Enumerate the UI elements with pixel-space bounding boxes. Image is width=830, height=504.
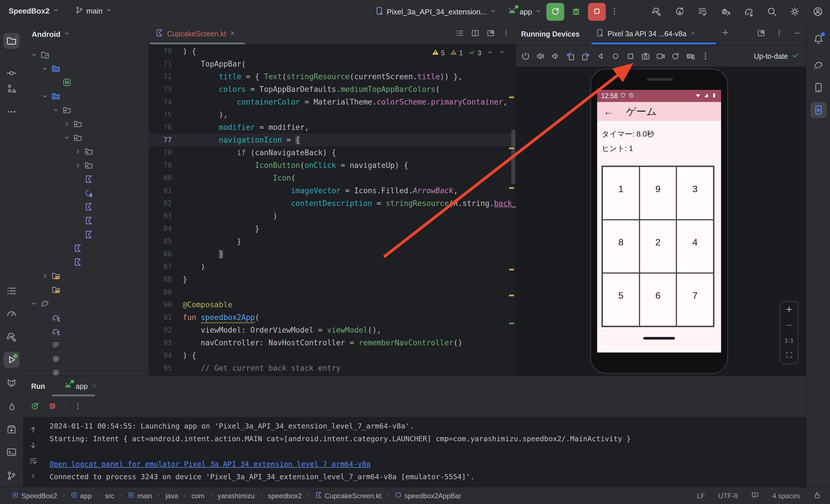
tree-item-res[interactable] (23, 283, 149, 297)
screenshot-camera-button[interactable] (641, 52, 650, 61)
stripe-project-folder[interactable] (3, 33, 20, 49)
tree-item-theme[interactable] (23, 158, 149, 172)
next-issue-icon[interactable] (499, 49, 506, 57)
emulator-screen[interactable]: 12:58 ← ゲーム タイマー: 8.0秒 ヒント: 1 193824567 (597, 90, 721, 352)
grid-cell[interactable]: 4 (676, 220, 713, 273)
close-icon[interactable] (229, 30, 236, 38)
grid-cell[interactable]: 2 (639, 220, 677, 273)
settings-gear-button[interactable] (790, 6, 800, 17)
zoom-out-icon[interactable] (785, 321, 793, 331)
stripe-app-insights[interactable] (3, 399, 20, 415)
tree-chevron-icon[interactable] (29, 51, 39, 58)
tree-item-components[interactable] (23, 144, 149, 158)
tree-chevron-icon[interactable] (40, 93, 50, 100)
stripe-logcat-cat[interactable] (3, 375, 20, 391)
grid-cell[interactable]: 3 (676, 166, 713, 220)
tree-item-orderviewmodel-kt[interactable] (23, 186, 149, 200)
vcs-branch-widget[interactable]: main (71, 3, 117, 19)
tree-item-ui[interactable] (23, 131, 149, 144)
breadcrumb-item[interactable]: app (70, 491, 92, 501)
run-config-selector[interactable]: app (504, 4, 544, 20)
search-button[interactable] (767, 6, 777, 17)
run-more-button[interactable] (609, 3, 620, 21)
grid-cell[interactable]: 7 (676, 273, 713, 326)
bug-attach-button[interactable] (721, 6, 731, 17)
breadcrumb-item[interactable]: main (127, 491, 152, 501)
unlock-icon[interactable] (813, 491, 821, 501)
device-selector[interactable]: Pixel_3a_API_34_extension... (371, 4, 501, 20)
tree-item-resultscreen-kt[interactable] (23, 200, 149, 214)
breadcrumb-item[interactable]: src (105, 492, 114, 500)
build-hammer-button[interactable] (651, 6, 662, 17)
tree-item-proguard-rules-pro[interactable] (23, 338, 149, 352)
more-v-button[interactable] (701, 52, 710, 61)
stripe-build-hammer[interactable] (3, 329, 20, 345)
kebab-icon[interactable] (502, 29, 510, 38)
tree-item-app[interactable] (23, 48, 149, 62)
tree-item-startscreen-kt[interactable] (23, 228, 149, 241)
add-device-tab-icon[interactable] (721, 28, 730, 38)
tree-item-selectstagescreen-kt[interactable] (23, 214, 149, 228)
rotate-right-button[interactable] (581, 52, 590, 61)
close-icon[interactable] (690, 30, 696, 38)
stripe-device-manager-phone[interactable] (810, 79, 827, 96)
grid-cell[interactable]: 9 (639, 166, 677, 220)
stripe-terminal[interactable] (3, 444, 20, 460)
float-window-icon[interactable] (486, 29, 495, 39)
zoom-fit-icon[interactable] (785, 350, 793, 360)
volume-down-button[interactable] (551, 52, 560, 61)
tree-item-data[interactable] (23, 117, 149, 131)
stripe-structure[interactable] (3, 80, 20, 97)
tree-chevron-icon[interactable] (62, 134, 72, 141)
inspection-widget[interactable]: 5 1 3 (432, 48, 506, 58)
tree-item-build-gradle-kts[interactable] (23, 310, 149, 324)
grid-cell[interactable]: 5 (602, 273, 639, 326)
editor-scrollbar[interactable] (511, 130, 515, 184)
breadcrumb-item[interactable]: java (165, 492, 178, 500)
grid-cell[interactable]: 6 (639, 273, 677, 326)
sync-a-button[interactable]: A (674, 6, 685, 17)
list-arrow-button[interactable] (697, 6, 708, 17)
tree-chevron-icon[interactable] (40, 272, 50, 279)
indent-widget[interactable]: 4 spaces (772, 492, 800, 500)
tree-item-gradle-wrapper-properties[interactable] (23, 366, 149, 375)
zoom-in-icon[interactable] (785, 305, 793, 315)
highlight-list-icon[interactable] (455, 29, 464, 39)
tree-item-gradle-properties[interactable] (23, 352, 149, 366)
zoom-reset-button[interactable]: 1:1 (785, 337, 794, 344)
stop-button[interactable] (588, 3, 606, 21)
tree-chevron-icon[interactable] (73, 162, 83, 169)
nav-back-button[interactable] (596, 52, 605, 61)
prev-issue-icon[interactable] (486, 49, 493, 57)
notifications-balloon-icon[interactable] (751, 491, 759, 501)
tree-item-build-gradle-kts[interactable] (23, 324, 149, 338)
encoding-widget[interactable]: UTF-8 (718, 492, 738, 500)
device-tab[interactable]: Pixel 3a API 34 ...64-v8a (592, 23, 700, 44)
stripe-running-devices[interactable] (810, 102, 827, 118)
rotate-left-button[interactable] (566, 52, 575, 61)
soft-wrap-icon[interactable] (29, 457, 37, 466)
debug-button[interactable] (567, 3, 585, 21)
layout-options-icon[interactable] (757, 29, 765, 39)
tree-chevron-icon[interactable] (29, 300, 39, 307)
editor-tab-cupcakescreen[interactable]: CupcakeScreen.kt (150, 23, 241, 44)
kebab-icon[interactable] (775, 29, 783, 38)
breadcrumb-item[interactable]: speedbox2 (268, 492, 302, 500)
device-restart-button[interactable] (671, 52, 680, 61)
back-arrow[interactable]: ← (604, 106, 613, 117)
rerun-button[interactable] (546, 3, 564, 21)
power-button[interactable] (521, 52, 530, 61)
nav-overview-button[interactable] (626, 52, 635, 61)
tree-chevron-icon[interactable] (73, 148, 83, 155)
kebab-icon[interactable] (74, 402, 82, 411)
stripe-run-play[interactable] (3, 351, 20, 368)
line-ending-widget[interactable]: LF (697, 492, 705, 500)
open-logcat-link[interactable]: Open logcat panel for emulator Pixel 3a … (50, 460, 371, 468)
profile-avatar-button[interactable] (813, 6, 823, 17)
split-editor-icon[interactable] (471, 29, 480, 39)
rerun-icon[interactable] (30, 401, 40, 412)
scroll-top-icon[interactable] (29, 426, 37, 435)
close-icon[interactable] (91, 382, 97, 391)
project-view-selector[interactable]: Android (23, 23, 149, 45)
run-tab-app[interactable]: app (61, 376, 100, 396)
